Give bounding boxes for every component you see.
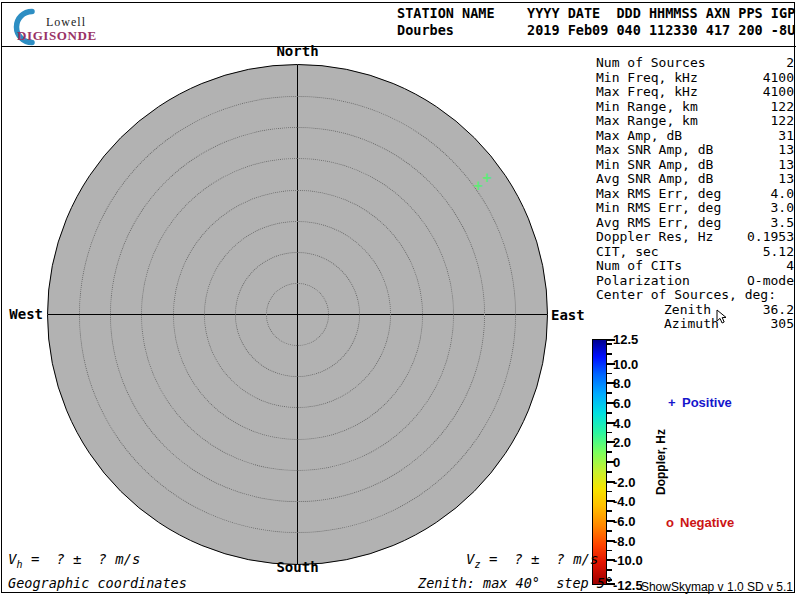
colorbar-minor-tick bbox=[607, 432, 612, 434]
legend-negative-label: Negative bbox=[680, 515, 734, 530]
vh-readout: Vh = ? ± ? m/s bbox=[8, 551, 140, 570]
stat-label: Max Amp, dB bbox=[596, 129, 682, 144]
colorbar-tick-label: -10.0 bbox=[613, 553, 643, 568]
compass-label-west: West bbox=[0, 306, 43, 322]
colorbar-minor-tick bbox=[607, 373, 612, 375]
legend-negative: oNegative bbox=[666, 515, 734, 530]
legend-positive-label: Positive bbox=[682, 395, 732, 410]
zenith-range-note: Zenith: max 40° step 5° bbox=[418, 575, 613, 591]
colorbar-minor-tick bbox=[607, 343, 612, 345]
stat-value: 122 bbox=[771, 114, 794, 129]
stat-row: Min Freq, kHz4100 bbox=[596, 71, 794, 86]
circle-marker-icon: o bbox=[666, 515, 680, 530]
plus-marker-icon: + bbox=[668, 395, 682, 410]
legend-positive: +Positive bbox=[668, 395, 732, 410]
stat-label: Avg SNR Amp, dB bbox=[596, 172, 713, 187]
colorbar-minor-tick bbox=[607, 530, 612, 532]
stat-row: Doppler Res, Hz0.1953 bbox=[596, 230, 794, 245]
colorbar-tick-label: 0 bbox=[613, 455, 620, 470]
stat-label: Max RMS Err, deg bbox=[596, 187, 721, 202]
colorbar-minor-tick bbox=[607, 471, 612, 473]
colorbar-tick-label: -2.0 bbox=[613, 474, 635, 489]
colorbar-tick-label: 12.5 bbox=[613, 332, 638, 347]
stat-label: Num of CITs bbox=[596, 259, 682, 274]
stat-row: Max Range, km122 bbox=[596, 114, 794, 129]
colorbar-tick-label: 4.0 bbox=[613, 415, 631, 430]
stat-label: Max Freq, kHz bbox=[596, 85, 698, 100]
colorbar-tick-label: 10.0 bbox=[613, 356, 638, 371]
stat-label: Doppler Res, Hz bbox=[596, 230, 713, 245]
stat-value: 4 bbox=[786, 259, 794, 274]
stat-value: 36.2 bbox=[763, 303, 794, 318]
colorbar-minor-tick bbox=[607, 451, 612, 453]
showskymap-window: Lowell DIGISONDE STATION NAME YYYY DATE … bbox=[0, 0, 800, 600]
stat-value: 4100 bbox=[763, 85, 794, 100]
stat-value: 13 bbox=[778, 158, 794, 173]
stat-row: CIT, sec5.12 bbox=[596, 245, 794, 260]
stat-label: Avg RMS Err, deg bbox=[596, 216, 721, 231]
stat-label: Zenith bbox=[664, 303, 711, 318]
stat-value: 31 bbox=[778, 129, 794, 144]
stat-label: Max SNR Amp, dB bbox=[596, 143, 713, 158]
coordinates-note: Geographic coordinates bbox=[8, 575, 187, 591]
stat-value: 4.0 bbox=[771, 187, 794, 202]
stat-label: Min Range, km bbox=[596, 100, 698, 115]
colorbar-tick-label: 6.0 bbox=[613, 395, 631, 410]
stat-value: 3.5 bbox=[771, 216, 794, 231]
stat-row: Min Range, km122 bbox=[596, 100, 794, 115]
colorbar-tick-label: 8.0 bbox=[613, 376, 631, 391]
stat-label: Azimuth bbox=[664, 317, 719, 332]
mouse-cursor-icon bbox=[716, 309, 728, 324]
stat-row: Min SNR Amp, dB13 bbox=[596, 158, 794, 173]
zenith-ring-35deg bbox=[79, 96, 517, 534]
stat-value: O-mode bbox=[747, 274, 794, 289]
colorbar-minor-tick bbox=[607, 392, 612, 394]
stat-row: Min RMS Err, deg3.0 bbox=[596, 201, 794, 216]
source-marker-1: + bbox=[482, 170, 491, 188]
colorbar-tick-label: -12.5 bbox=[613, 578, 643, 593]
stat-value: 305 bbox=[771, 317, 794, 332]
stat-row: Num of CITs4 bbox=[596, 259, 794, 274]
colorbar-tick-label: 2.0 bbox=[613, 435, 631, 450]
stat-row: PolarizationO-mode bbox=[596, 274, 794, 289]
stat-label: Center of Sources, deg: bbox=[596, 288, 776, 303]
stat-row: Zenith36.2 bbox=[596, 303, 794, 318]
stat-label: Num of Sources bbox=[596, 56, 706, 71]
vz-readout: Vz = ? ± ? m/s bbox=[466, 551, 598, 570]
stat-value: 2 bbox=[786, 56, 794, 71]
colorbar-minor-tick bbox=[607, 353, 612, 355]
stats-panel: Num of Sources2Min Freq, kHz4100Max Freq… bbox=[596, 56, 794, 332]
stat-value: 0.1953 bbox=[747, 230, 794, 245]
colorbar-minor-tick bbox=[607, 510, 612, 512]
source-marker-2: + bbox=[474, 177, 483, 195]
stat-row: Avg SNR Amp, dB13 bbox=[596, 172, 794, 187]
version-label: ShowSkymap v 1.0 SD v 5.1 bbox=[641, 580, 793, 594]
stat-label: Max Range, km bbox=[596, 114, 698, 129]
stat-row: Num of Sources2 bbox=[596, 56, 794, 71]
vz-value: = ? ± ? m/s bbox=[480, 551, 598, 567]
stat-row: Max RMS Err, deg4.0 bbox=[596, 187, 794, 202]
stat-row: Azimuth305 bbox=[596, 317, 794, 332]
compass-label-south: South bbox=[247, 559, 348, 575]
colorbar-minor-tick bbox=[607, 491, 612, 493]
header-values-row: Dourbes 2019 Feb09 040 112330 417 200 -8… bbox=[397, 22, 795, 38]
stat-label: Min Freq, kHz bbox=[596, 71, 698, 86]
stat-value: 13 bbox=[778, 143, 794, 158]
colorbar-minor-tick bbox=[607, 412, 612, 414]
colorbar-tick-label: -4.0 bbox=[613, 494, 635, 509]
stat-row: Center of Sources, deg: bbox=[596, 288, 794, 303]
colorbar-gradient bbox=[592, 339, 607, 585]
stat-value: 13 bbox=[778, 172, 794, 187]
stat-label: Polarization bbox=[596, 274, 690, 289]
colorbar-minor-tick bbox=[607, 550, 612, 552]
stat-row: Max Amp, dB31 bbox=[596, 129, 794, 144]
compass-label-east: East bbox=[551, 307, 585, 323]
stat-value: 3.0 bbox=[771, 201, 794, 216]
stat-value: 4100 bbox=[763, 71, 794, 86]
header-divider bbox=[1, 46, 796, 47]
stat-label: Min RMS Err, deg bbox=[596, 201, 721, 216]
colorbar-tick-label: -6.0 bbox=[613, 514, 635, 529]
header-table: STATION NAME YYYY DATE DDD HHMMSS AXN PP… bbox=[397, 5, 795, 38]
compass-label-north: North bbox=[247, 43, 348, 59]
colorbar-tick-label: -8.0 bbox=[613, 533, 635, 548]
